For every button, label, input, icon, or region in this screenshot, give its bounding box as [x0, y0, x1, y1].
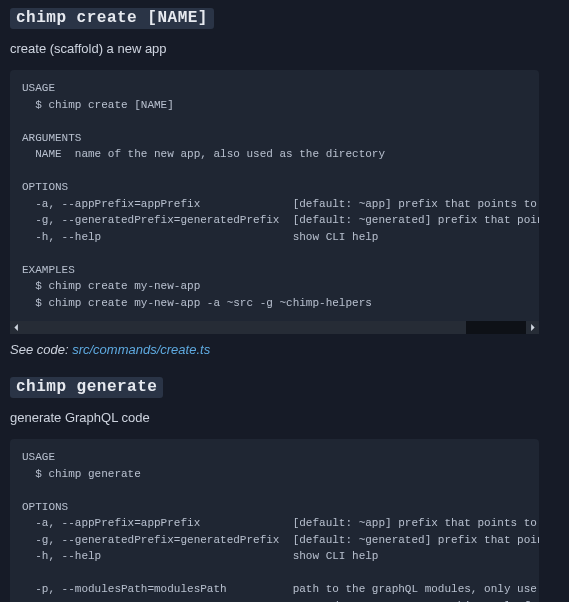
see-code-line: See code: src/commands/create.ts	[10, 342, 539, 357]
codeblock-generate-wrap: USAGE $ chimp generate OPTIONS -a, --app…	[10, 439, 539, 602]
chevron-right-icon	[529, 324, 536, 331]
command-heading-generate: chimp generate	[10, 377, 163, 398]
scroll-left-button[interactable]	[10, 321, 23, 334]
codeblock-generate: USAGE $ chimp generate OPTIONS -a, --app…	[10, 439, 539, 602]
command-desc-create: create (scaffold) a new app	[10, 41, 539, 56]
chevron-left-icon	[13, 324, 20, 331]
scrollbar-track[interactable]	[23, 321, 526, 334]
command-heading-create: chimp create [NAME]	[10, 8, 214, 29]
svg-marker-1	[531, 324, 535, 331]
command-desc-generate: generate GraphQL code	[10, 410, 539, 425]
see-code-link[interactable]: src/commands/create.ts	[72, 342, 210, 357]
svg-marker-0	[14, 324, 18, 331]
see-code-prefix: See code:	[10, 342, 72, 357]
scrollbar-thumb[interactable]	[23, 321, 466, 334]
command-section-create: chimp create [NAME] create (scaffold) a …	[10, 8, 539, 357]
command-section-generate: chimp generate generate GraphQL code USA…	[10, 377, 539, 602]
codeblock-create-wrap: USAGE $ chimp create [NAME] ARGUMENTS NA…	[10, 70, 539, 334]
codeblock-create: USAGE $ chimp create [NAME] ARGUMENTS NA…	[10, 70, 539, 321]
horizontal-scrollbar[interactable]	[10, 321, 539, 334]
scroll-right-button[interactable]	[526, 321, 539, 334]
